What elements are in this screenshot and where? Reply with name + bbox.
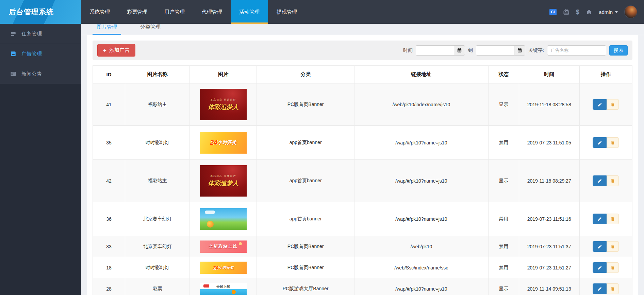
cell-image: 24小时开奖 (190, 257, 257, 278)
cell-category: PC版首页Banner (257, 236, 354, 257)
edit-button[interactable] (593, 214, 607, 224)
cell-category: app首页banner (257, 126, 354, 160)
news-icon (10, 71, 16, 77)
cell-actions (579, 126, 632, 160)
cell-image-name: 时时彩幻灯 (125, 257, 190, 278)
plus-icon: + (103, 47, 106, 53)
keyword-input[interactable] (547, 45, 606, 56)
calendar-icon[interactable] (454, 45, 465, 56)
pencil-icon (597, 178, 602, 183)
delete-button[interactable] (607, 214, 619, 224)
trash-icon (610, 102, 615, 107)
app-logo: 后台管理系统 (0, 0, 81, 24)
calendar-icon[interactable] (514, 45, 525, 56)
edit-button[interactable] (593, 175, 607, 186)
cell-time: 2019-11-18 08:29:27 (519, 160, 579, 202)
edit-button[interactable] (593, 283, 607, 294)
cell-time: 2019-07-23 11:51:16 (519, 202, 579, 236)
delete-button[interactable] (607, 175, 619, 186)
ci-badge-icon[interactable]: CI (549, 9, 557, 15)
status-badge: 显示 (488, 278, 519, 295)
banner-text: 全新彩站上线 (209, 244, 237, 249)
cell-category: PC版首页Banner (257, 83, 354, 126)
search-button[interactable]: 搜索 (609, 45, 628, 56)
trash-icon (610, 286, 615, 291)
cell-link: /web/Ssc/index/name/ssc (354, 257, 488, 278)
keyword-label: 关键字: (528, 47, 544, 53)
delete-button[interactable] (607, 137, 619, 148)
pencil-icon (597, 140, 602, 145)
cell-image: 不忘初心 筑梦前行体彩追梦人 (190, 160, 257, 202)
column-header: 分类 (257, 66, 354, 83)
cell-link: /web/pk10/index/name/js10 (354, 83, 488, 126)
add-ad-button-label: 添加广告 (109, 47, 130, 53)
user-menu[interactable]: admin (599, 9, 618, 15)
topnav-item-1[interactable]: 彩票管理 (118, 0, 156, 24)
main-content: 图片管理 分类管理 + 添加广告 时间 到 (81, 24, 644, 295)
start-date-input[interactable] (416, 45, 454, 56)
topnav-item-2[interactable]: 用户管理 (156, 0, 193, 24)
cell-time: 2019-11-14 09:51:13 (519, 278, 579, 295)
table-header-row: ID图片名称图片分类链接地址状态时间操作 (93, 66, 632, 83)
pencil-icon (597, 102, 602, 107)
trash-icon (610, 140, 615, 145)
gift-icon[interactable] (563, 9, 569, 15)
content-card: + 添加广告 时间 到 (87, 35, 638, 295)
cell-category: PC版首页Banner (257, 257, 354, 278)
sidebar-item-0[interactable]: 任务管理 (0, 24, 81, 44)
sidebar-item-2[interactable]: 新闻公告 (0, 64, 81, 84)
add-ad-button[interactable]: + 添加广告 (97, 44, 135, 57)
banner-text: 小时开奖 (219, 265, 234, 270)
banner-text: 不忘初心 筑梦前行 (210, 98, 236, 102)
tab-category-management[interactable]: 分类管理 (136, 24, 165, 35)
banner-thumbnail: 全新彩站上线 (200, 240, 247, 253)
cell-id: 28 (93, 278, 125, 295)
edit-button[interactable] (593, 137, 607, 148)
pencil-icon (597, 265, 602, 270)
cell-image-name: 福彩站主 (125, 160, 190, 202)
banner-text: 不忘初心 筑梦前行 (210, 174, 236, 178)
cell-category: app首页banner (257, 202, 354, 236)
end-date-input[interactable] (476, 45, 514, 56)
table-row: 36 北京赛车幻灯 app首页banner /wap/#/pk10?name=j… (93, 202, 632, 236)
status-badge: 禁用 (488, 257, 519, 278)
cell-category: app首页banner (257, 160, 354, 202)
status-badge: 禁用 (488, 202, 519, 236)
avatar[interactable] (624, 5, 637, 18)
status-badge: 显示 (488, 160, 519, 202)
cell-id: 33 (93, 236, 125, 257)
banner-text: 体彩追梦人 (208, 179, 238, 187)
topnav-item-5[interactable]: 提现管理 (268, 0, 306, 24)
toolbar: + 添加广告 时间 到 (93, 41, 632, 60)
topnav-item-3[interactable]: 代理管理 (193, 0, 231, 24)
delete-button[interactable] (607, 241, 619, 252)
column-header: 状态 (488, 66, 519, 83)
sidebar-item-label: 广告管理 (21, 51, 42, 57)
cell-category: PC版游戏大厅Banner (257, 278, 354, 295)
tab-image-management[interactable]: 图片管理 (93, 24, 121, 35)
delete-button[interactable] (607, 283, 619, 294)
cell-actions (579, 278, 632, 295)
dollar-icon[interactable]: $ (576, 8, 580, 16)
top-nav-items: 系统管理彩票管理用户管理代理管理活动管理提现管理 (81, 0, 306, 24)
trash-icon (610, 178, 615, 183)
edit-button[interactable] (593, 241, 607, 252)
ads-table: ID图片名称图片分类链接地址状态时间操作 41 福彩站主 不忘初心 筑梦前行体彩… (93, 65, 632, 295)
banner-text: 小时开奖 (217, 140, 236, 146)
sidebar-item-1[interactable]: 广告管理 (0, 44, 81, 64)
delete-button[interactable] (607, 99, 619, 110)
table-row: 42 福彩站主 不忘初心 筑梦前行体彩追梦人 app首页banner /wap/… (93, 160, 632, 202)
trash-icon (610, 244, 615, 249)
home-icon[interactable] (586, 9, 592, 15)
topnav-item-4[interactable]: 活动管理 (231, 0, 268, 24)
cell-time: 2019-07-23 11:51:37 (519, 236, 579, 257)
top-nav: 系统管理彩票管理用户管理代理管理活动管理提现管理 CI $ admin (81, 0, 644, 24)
edit-button[interactable] (593, 99, 607, 110)
end-date-group (476, 45, 525, 56)
topnav-item-0[interactable]: 系统管理 (81, 0, 118, 24)
trash-icon (610, 265, 615, 270)
delete-button[interactable] (607, 262, 619, 273)
tab-bar: 图片管理 分类管理 (81, 24, 644, 35)
cell-image-name: 福彩站主 (125, 83, 190, 126)
edit-button[interactable] (593, 262, 607, 273)
